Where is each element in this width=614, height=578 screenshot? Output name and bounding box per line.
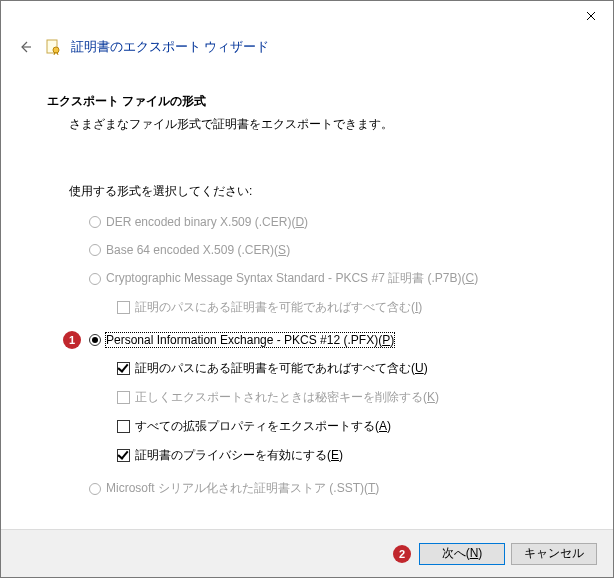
label-pkcs7: Cryptographic Message Syntax Standard - …: [106, 270, 478, 287]
label-pfx: Personal Information Exchange - PKCS #12…: [106, 333, 394, 347]
close-button[interactable]: [568, 1, 613, 30]
radio-base64: [89, 244, 101, 256]
option-pfx-privacy[interactable]: 証明書のプライバシーを有効にする(E): [89, 447, 567, 464]
option-pfx-include[interactable]: 証明のパスにある証明書を可能であればすべて含む(U): [89, 360, 567, 377]
label-pfx-include: 証明のパスにある証明書を可能であればすべて含む(U): [135, 360, 428, 377]
checkbox-pfx-extprops[interactable]: [117, 420, 130, 433]
annotation-2: 2: [393, 545, 411, 563]
label-der: DER encoded binary X.509 (.CER)(D): [106, 215, 308, 229]
content-area: エクスポート ファイルの形式 さまざまなファイル形式で証明書をエクスポートできま…: [1, 67, 613, 497]
cancel-button[interactable]: キャンセル: [511, 543, 597, 565]
label-sst: Microsoft シリアル化された証明書ストア (.SST)(T): [106, 480, 379, 497]
option-sst: Microsoft シリアル化された証明書ストア (.SST)(T): [89, 480, 567, 497]
option-base64: Base 64 encoded X.509 (.CER)(S): [89, 242, 567, 258]
svg-point-1: [53, 47, 59, 53]
back-button[interactable]: [15, 37, 35, 57]
label-pkcs7-include: 証明のパスにある証明書を可能であればすべて含む(I): [135, 299, 422, 316]
wizard-header: 証明書のエクスポート ウィザード: [1, 31, 613, 67]
section-title: エクスポート ファイルの形式: [47, 93, 567, 110]
label-pfx-delete: 正しくエクスポートされたときは秘密キーを削除する(K): [135, 389, 439, 406]
radio-der: [89, 216, 101, 228]
option-pkcs7-include: 証明のパスにある証明書を可能であればすべて含む(I): [89, 299, 567, 316]
radio-pfx[interactable]: [89, 334, 101, 346]
format-options: DER encoded binary X.509 (.CER)(D) Base …: [47, 214, 567, 497]
option-pkcs7: Cryptographic Message Syntax Standard - …: [89, 270, 567, 287]
section-description: さまざまなファイル形式で証明書をエクスポートできます。: [47, 116, 567, 133]
radio-pkcs7: [89, 273, 101, 285]
option-pfx-delete: 正しくエクスポートされたときは秘密キーを削除する(K): [89, 389, 567, 406]
label-pfx-extprops: すべての拡張プロパティをエクスポートする(A): [135, 418, 391, 435]
next-button[interactable]: 次へ(N): [419, 543, 505, 565]
annotation-1: 1: [63, 331, 81, 349]
checkbox-pfx-delete: [117, 391, 130, 404]
format-prompt: 使用する形式を選択してください:: [47, 183, 567, 200]
label-base64: Base 64 encoded X.509 (.CER)(S): [106, 243, 290, 257]
next-button-label: 次へ(N): [442, 545, 483, 562]
option-pfx-extprops[interactable]: すべての拡張プロパティをエクスポートする(A): [89, 418, 567, 435]
close-icon: [586, 11, 596, 21]
certificate-icon: [45, 39, 61, 55]
back-arrow-icon: [17, 39, 33, 55]
titlebar: [1, 1, 613, 31]
checkbox-pfx-include[interactable]: [117, 362, 130, 375]
checkbox-pkcs7-include: [117, 301, 130, 314]
wizard-title: 証明書のエクスポート ウィザード: [71, 39, 269, 56]
option-der: DER encoded binary X.509 (.CER)(D): [89, 214, 567, 230]
checkbox-pfx-privacy[interactable]: [117, 449, 130, 462]
option-pfx[interactable]: 1 Personal Information Exchange - PKCS #…: [89, 332, 567, 348]
radio-sst: [89, 483, 101, 495]
wizard-window: 証明書のエクスポート ウィザード エクスポート ファイルの形式 さまざまなファイ…: [0, 0, 614, 578]
label-pfx-privacy: 証明書のプライバシーを有効にする(E): [135, 447, 343, 464]
wizard-footer: 2 次へ(N) キャンセル: [1, 529, 613, 577]
cancel-button-label: キャンセル: [524, 545, 584, 562]
